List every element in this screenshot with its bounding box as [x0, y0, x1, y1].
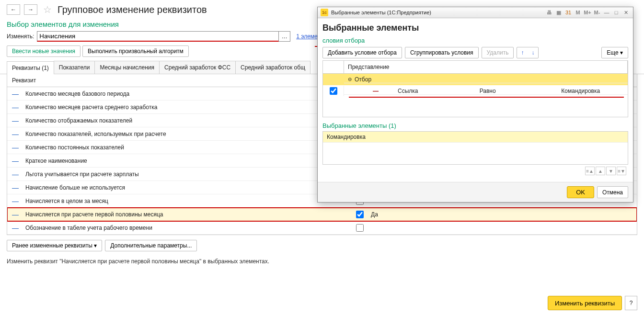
requisite-name: Количество отображаемых показателей	[25, 117, 332, 124]
page-title: Групповое изменение реквизитов	[58, 4, 207, 15]
print-icon[interactable]: 🖶	[545, 9, 553, 16]
help-button[interactable]: ?	[625, 296, 637, 310]
delete-condition-button[interactable]: Удалить	[482, 47, 514, 58]
tab-months[interactable]: Месяцы начисления	[94, 61, 160, 74]
requisite-name: Количество постоянных показателей	[25, 144, 332, 151]
add-condition-button[interactable]: Добавить условие отбора	[322, 47, 402, 58]
tab-avg-fss[interactable]: Средний заработок ФСС	[159, 61, 236, 74]
selected-elements-dialog: 1c Выбранные элементы (1С:Предприятие) 🖶…	[317, 7, 633, 202]
conditions-section-title: словия отбора	[322, 37, 628, 44]
change-label: Изменять:	[7, 33, 34, 40]
move-down-button[interactable]: ↓	[528, 47, 538, 58]
list-first-button[interactable]: ≡▲	[585, 167, 595, 175]
requisite-name: Краткое наименование	[25, 158, 332, 164]
tab-requisites[interactable]: Реквизиты (1)	[7, 61, 54, 74]
dash-icon: —	[12, 197, 18, 205]
dash-icon: —	[12, 170, 18, 178]
app-logo-icon: 1c	[321, 9, 328, 16]
more-button[interactable]: Еще ▾	[601, 47, 628, 58]
nav-back-button[interactable]: ←	[7, 4, 20, 15]
requisite-name: Начисляется при расчете первой половины …	[25, 211, 332, 218]
m-plus-button[interactable]: M+	[583, 9, 592, 16]
table-row[interactable]: — Обозначение в табеле учета рабочего вр…	[7, 221, 637, 235]
maximize-icon[interactable]: □	[612, 9, 621, 16]
condition-op: Равно	[480, 88, 542, 94]
nav-forward-button[interactable]: →	[24, 4, 37, 15]
apply-changes-button[interactable]: Изменить реквизиты	[548, 296, 622, 310]
m-minus-button[interactable]: M-	[593, 9, 601, 16]
minus-icon: —	[373, 88, 379, 94]
dash-icon: —	[12, 211, 18, 218]
col-representation: Представление	[344, 61, 628, 73]
dash-icon: —	[12, 130, 18, 138]
requisite-name: Льгота учитывается при расчете зарплаты	[25, 171, 332, 178]
status-text: Изменить реквизит "Начисляется при расче…	[0, 256, 644, 267]
calendar-icon[interactable]: 31	[564, 9, 573, 16]
group-conditions-button[interactable]: Сгруппировать условия	[405, 47, 479, 58]
calc-icon[interactable]: ▦	[554, 9, 563, 16]
run-algorithm-button[interactable]: Выполнить произвольный алгоритм	[82, 45, 189, 57]
modal-cancel-button[interactable]: Отмена	[597, 186, 628, 198]
dash-icon: —	[12, 184, 18, 191]
condition-value: Командировка	[561, 88, 624, 94]
row-value: Да	[371, 211, 378, 218]
dash-icon: —	[12, 90, 18, 98]
dash-icon: —	[12, 103, 18, 111]
dash-icon: —	[12, 157, 18, 165]
table-row[interactable]: — Начисляется при расчете первой половин…	[7, 208, 637, 221]
additional-params-button[interactable]: Дополнительные параметры...	[105, 240, 197, 251]
change-picker-button[interactable]: …	[279, 31, 290, 42]
dash-icon: —	[12, 224, 18, 232]
modal-window-title: Выбранные элементы (1С:Предприятие)	[331, 10, 431, 15]
tab-avg-general[interactable]: Средний заработок общ	[235, 61, 310, 74]
enter-new-values-button[interactable]: Ввести новые значения	[7, 45, 80, 57]
list-down-button[interactable]: ▼	[606, 167, 616, 175]
move-buttons: ↑ ↓	[517, 47, 539, 58]
row-checkbox[interactable]	[356, 211, 364, 218]
modal-heading: Выбранные элементы	[322, 23, 628, 33]
list-up-button[interactable]: ▲	[596, 167, 605, 175]
conditions-grid: Представление ⊖Отбор — Ссылка Равно Кома…	[322, 60, 628, 117]
filter-root-row[interactable]: ⊖Отбор	[323, 74, 628, 85]
row-checkbox[interactable]	[356, 224, 364, 232]
tab-indicators[interactable]: Показатели	[54, 61, 95, 74]
selected-items-list: Командировка	[322, 131, 628, 165]
requisite-name: Количество показателей, используемых при…	[25, 131, 332, 137]
filter-condition-row[interactable]: — Ссылка Равно Командировка	[323, 85, 628, 97]
close-icon[interactable]: ✕	[621, 9, 630, 16]
minimize-icon[interactable]: —	[602, 9, 611, 16]
requisite-name: Начисление больше не используется	[25, 184, 332, 191]
change-input[interactable]	[37, 31, 279, 42]
dash-icon: —	[12, 144, 18, 151]
move-up-button[interactable]: ↑	[517, 47, 528, 58]
favorite-star-icon[interactable]: ☆	[43, 4, 52, 15]
requisite-name: Количество месяцев базового периода	[25, 90, 332, 97]
selected-items-section-title: Выбранные элементы (1)	[322, 122, 628, 129]
modal-ok-button[interactable]: OK	[567, 186, 594, 198]
requisite-name: Начисляется в целом за месяц	[25, 198, 332, 204]
selected-item-row[interactable]: Командировка	[323, 132, 628, 143]
condition-field: Ссылка	[398, 88, 460, 94]
previously-changed-button[interactable]: Ранее измененные реквизиты ▾	[7, 240, 102, 251]
list-last-button[interactable]: ≡▼	[617, 167, 626, 175]
dash-icon: —	[12, 117, 18, 124]
m-button[interactable]: M	[574, 9, 582, 16]
requisite-name: Количество месяцев расчета среднего зара…	[25, 104, 332, 111]
condition-checkbox[interactable]	[330, 87, 337, 95]
requisite-name: Обозначение в табеле учета рабочего врем…	[25, 225, 332, 231]
